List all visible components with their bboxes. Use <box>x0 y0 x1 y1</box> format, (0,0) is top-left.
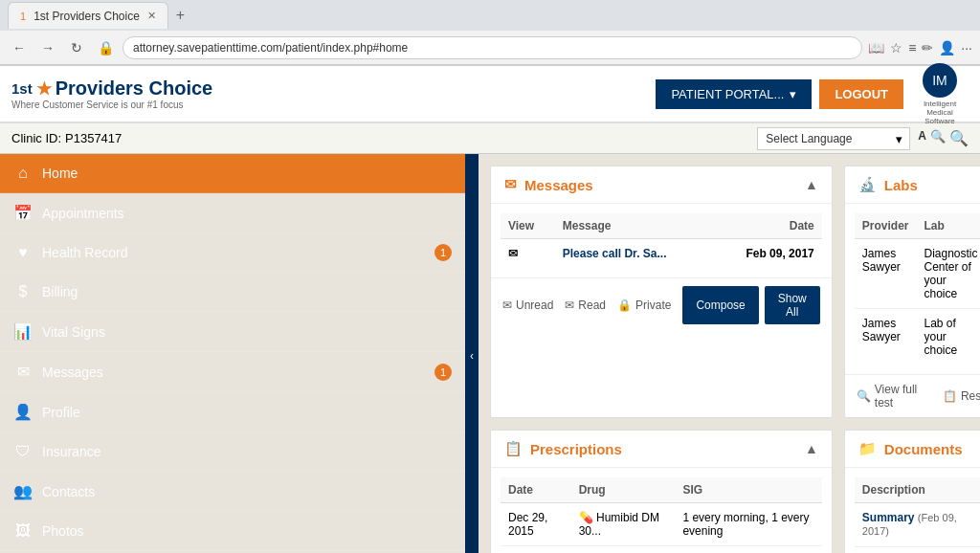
logo: 1st ★ Providers Choice Where Customer Se… <box>11 77 212 110</box>
read-filter[interactable]: ✉ Read <box>565 299 606 312</box>
refresh-btn[interactable]: ↻ <box>65 36 88 59</box>
unread-icon: ✉ <box>502 299 512 312</box>
sidebar-item-profile[interactable]: 👤 Profile <box>0 392 465 432</box>
back-btn[interactable]: ← <box>8 36 31 59</box>
sidebar-item-photos[interactable]: 🖼 Photos <box>0 512 465 551</box>
labs-panel-title: 🔬 Labs <box>858 176 918 193</box>
forward-btn[interactable]: → <box>36 36 59 59</box>
sidebar-item-home[interactable]: ⌂ Home <box>0 154 465 193</box>
unread-filter[interactable]: ✉ Unread <box>502 299 553 312</box>
sidebar-item-label-vital-signs: Vital Signs <box>42 324 105 340</box>
aa-icons: A 🔍 🔍 <box>918 129 969 147</box>
sidebar-collapse-btn[interactable]: ‹ <box>465 154 479 553</box>
compose-btn[interactable]: Compose <box>682 286 758 324</box>
prescriptions-panel-header: 📋 Prescriptions ▲ <box>491 431 832 468</box>
prescriptions-panel-title: 📋 Prescriptions <box>504 440 622 457</box>
lab-provider-2: James Sawyer <box>855 309 917 365</box>
labs-panel-body: Provider Lab Lab Test James Sawyer Diagn… <box>845 204 980 374</box>
logo-star: ★ <box>36 78 52 100</box>
prescriptions-panel-body: Date Drug SIG Dec 29, 2015 💊 Humibid DM … <box>491 468 832 553</box>
lab-lab-2: Lab of your choice <box>916 309 980 365</box>
sidebar-item-insurance[interactable]: 🛡 Insurance <box>0 432 465 472</box>
sidebar-item-appointments[interactable]: 📅 Appointments <box>0 193 465 233</box>
doc-description-2: S2 Clinical Summary - ... (Apr 21, 2015) <box>855 547 980 554</box>
star-icon[interactable]: ☆ <box>890 40 902 55</box>
col-presc-sig: SIG <box>675 477 821 503</box>
clinic-id-value: P1357417 <box>65 131 122 145</box>
messages-table: View Message Date ✉ Please call Dr. Sa..… <box>501 213 822 268</box>
col-view: View <box>501 213 555 239</box>
messages-panel: ✉ Messages ▲ View Message Date <box>490 166 833 418</box>
new-tab-btn[interactable]: + <box>168 7 192 24</box>
search-small-icon[interactable]: 🔍 <box>930 129 946 147</box>
read-icon: ✉ <box>565 299 574 312</box>
menu-icon[interactable]: ≡ <box>908 40 916 55</box>
edit-icon[interactable]: ✏ <box>922 40 933 55</box>
address-bar[interactable] <box>122 36 862 59</box>
health-record-icon: ♥ <box>13 244 33 261</box>
appointments-icon: 📅 <box>13 204 33 222</box>
labs-footer-links: 🔍 View full test 📋 Result <box>857 383 980 409</box>
text-size-small-btn[interactable]: A <box>918 129 926 147</box>
msg-view-icon: ✉ <box>501 239 555 269</box>
sidebar-item-label-messages: Messages <box>42 365 103 380</box>
home-icon: ⌂ <box>13 165 33 182</box>
col-doc-description: Description <box>855 477 980 503</box>
logout-btn[interactable]: LOGOUT <box>819 79 903 109</box>
logo-brand: Providers Choice <box>56 77 213 100</box>
documents-panel-header: 📁 Documents ▲ <box>845 431 980 468</box>
sidebar-item-label-contacts: Contacts <box>42 484 95 499</box>
tab-title: 1st Providers Choice <box>33 10 140 23</box>
msg-text[interactable]: Please call Dr. Sa... <box>555 239 712 269</box>
logo-prefix: 1st <box>11 80 33 97</box>
table-row: James Sawyer Lab of your choice URINALYS… <box>855 309 980 365</box>
bookmark-icon[interactable]: 📖 <box>868 40 884 55</box>
documents-panel-title: 📁 Documents <box>858 440 963 457</box>
sidebar-item-billing[interactable]: $ Billing <box>0 273 465 312</box>
clinic-bar: Clinic ID: P1357417 Select Language A 🔍 … <box>0 123 980 154</box>
billing-icon: $ <box>13 283 33 300</box>
profile-icon[interactable]: 👤 <box>939 40 955 55</box>
sidebar-item-label-billing: Billing <box>42 284 78 299</box>
patient-portal-btn[interactable]: PATIENT PORTAL... ▾ <box>656 79 812 109</box>
presc-date-2: Dec 17, 2015 <box>501 546 571 554</box>
lang-wrapper[interactable]: Select Language <box>757 127 910 150</box>
presc-sig-2: 1 every morning, 1 every evening <box>675 546 821 554</box>
doc-summary-link-1[interactable]: Summary <box>862 511 915 524</box>
sidebar-item-messages[interactable]: ✉ Messages 1 <box>0 352 465 392</box>
sidebar-item-vital-signs[interactable]: 📊 Vital Signs <box>0 312 465 352</box>
messages-show-all-btn[interactable]: Show All <box>765 286 820 324</box>
messages-panel-collapse-btn[interactable]: ▲ <box>805 177 818 192</box>
messages-badge: 1 <box>434 364 452 381</box>
documents-table: Description Visit Date Summary (Feb 09, … <box>855 477 980 553</box>
tab-close-btn[interactable]: ✕ <box>147 10 156 22</box>
documents-panel: 📁 Documents ▲ Description Visit Date <box>844 430 980 553</box>
collapse-icon: ‹ <box>470 349 474 363</box>
sidebar-item-label-insurance: Insurance <box>42 444 100 459</box>
table-row: S2 Clinical Summary - ... (Apr 21, 2015)… <box>855 547 980 554</box>
sidebar-item-contacts[interactable]: 👥 Contacts <box>0 472 465 512</box>
ims-icon: IM <box>923 63 957 98</box>
col-date: Date <box>712 213 822 239</box>
more-icon[interactable]: ··· <box>961 40 972 55</box>
result-link[interactable]: 📋 Result <box>943 383 980 409</box>
clinic-id-label: Clinic ID: <box>11 131 61 145</box>
search-large-icon[interactable]: 🔍 <box>949 129 969 147</box>
ims-logo: IM Intelligent Medical Software <box>911 63 969 125</box>
header-right: PATIENT PORTAL... ▾ LOGOUT IM Intelligen… <box>656 63 969 125</box>
sidebar-item-health-record[interactable]: ♥ Health Record 1 <box>0 233 465 273</box>
tab-bar: 1 1st Providers Choice ✕ + <box>0 0 980 31</box>
language-select[interactable]: Select Language <box>757 127 910 150</box>
private-filter[interactable]: 🔒 Private <box>617 299 671 312</box>
dropdown-arrow-icon: ▾ <box>790 87 796 101</box>
pill-icon-1: 💊 <box>579 511 593 524</box>
sidebar-item-label-appointments: Appointments <box>42 206 124 221</box>
active-tab[interactable]: 1 1st Providers Choice ✕ <box>8 2 168 29</box>
view-full-test-link[interactable]: 🔍 View full test <box>857 383 931 409</box>
prescriptions-panel-collapse-btn[interactable]: ▲ <box>805 441 818 456</box>
lab-lab-1: Diagnostic Center of your choice <box>916 239 980 309</box>
labs-table: Provider Lab Lab Test James Sawyer Diagn… <box>855 213 980 365</box>
presc-date-1: Dec 29, 2015 <box>501 503 571 546</box>
browser-chrome: 1 1st Providers Choice ✕ + ← → ↻ 🔒 📖 ☆ ≡… <box>0 0 980 66</box>
sidebar-item-label-profile: Profile <box>42 405 80 420</box>
